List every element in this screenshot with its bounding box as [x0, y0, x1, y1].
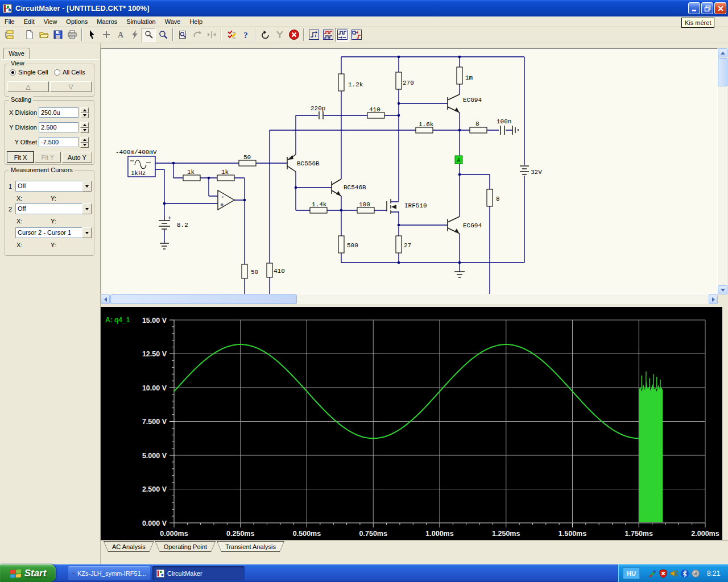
zoom-tool-button[interactable]	[156, 28, 170, 42]
menu-simulation[interactable]: Simulation	[122, 17, 160, 26]
digital-display-button[interactable]	[321, 28, 335, 42]
y-offset-input[interactable]	[39, 137, 78, 147]
y-division-label: Y Division	[5, 124, 37, 131]
app-icon	[3, 4, 12, 13]
scroll-up-button[interactable]	[718, 48, 727, 57]
test-probe-icon	[275, 30, 285, 40]
graphics-pen-icon[interactable]	[648, 569, 657, 578]
tab-ac-analysis[interactable]: AC Analysis	[104, 541, 154, 552]
rotate-button[interactable]	[190, 28, 204, 42]
mirror-button[interactable]	[204, 28, 218, 42]
test-probe-button[interactable]	[272, 28, 287, 42]
waveform-display[interactable]: A: q4_1 15.00 V12.50 V10.00 V7.500 V5.00…	[101, 307, 722, 540]
task-circuitmaker[interactable]: CircuitMaker	[152, 566, 245, 580]
open-file-button[interactable]	[36, 28, 51, 42]
help-button[interactable]: ?	[238, 28, 253, 42]
window-title: CircuitMaker - [UNTITLED.CKT* 100%]	[15, 4, 149, 13]
minimize-button[interactable]	[688, 2, 700, 14]
tab-wave[interactable]: Wave	[3, 48, 30, 60]
menu-macros[interactable]: Macros	[92, 17, 122, 26]
scope-probe-a[interactable]: A	[455, 156, 462, 164]
spin-down[interactable]	[80, 113, 89, 119]
reset-simulation-button[interactable]	[258, 28, 272, 42]
title-bar[interactable]: CircuitMaker - [UNTITLED.CKT* 100%]	[0, 0, 728, 16]
cursor-diff-select[interactable]: Cursor 2 - Cursor 1	[15, 227, 92, 238]
menu-file[interactable]: File	[0, 17, 19, 26]
spin-down[interactable]	[80, 128, 89, 134]
stop-simulation-button[interactable]	[287, 28, 301, 42]
y-offset-spinner[interactable]	[80, 137, 89, 148]
start-button[interactable]: Start	[0, 564, 56, 582]
volume-icon[interactable]	[669, 569, 679, 578]
language-indicator[interactable]: HU	[623, 567, 640, 579]
x-division-input[interactable]	[39, 107, 78, 118]
spin-down[interactable]	[80, 143, 89, 148]
zoom-window-button[interactable]	[176, 28, 190, 42]
dropdown-arrow-icon[interactable]	[82, 181, 92, 192]
component-browser-button[interactable]	[2, 28, 16, 42]
resistor-27	[396, 236, 402, 253]
menu-options[interactable]: Options	[61, 17, 92, 26]
cell-up-button[interactable]: △	[7, 81, 49, 92]
new-file-button[interactable]	[22, 28, 36, 42]
browser-icon	[72, 569, 75, 577]
digital-display-icon	[322, 29, 334, 40]
cell-down-button[interactable]: ▽	[50, 81, 92, 92]
tab-transient-analysis[interactable]: Transient Analysis	[217, 541, 284, 552]
device-icon[interactable]	[691, 569, 700, 578]
dropdown-arrow-icon[interactable]	[82, 227, 92, 238]
delete-tool-button[interactable]	[127, 28, 142, 42]
waveforms-window-button[interactable]	[335, 28, 349, 42]
menu-help[interactable]: Help	[185, 17, 207, 26]
horizontal-scrollbar[interactable]	[101, 294, 718, 304]
menu-wave[interactable]: Wave	[160, 17, 185, 26]
scroll-right-button[interactable]	[709, 294, 718, 304]
y-division-spinner[interactable]	[80, 122, 89, 133]
spin-up[interactable]	[80, 107, 89, 113]
x-division-spinner[interactable]	[80, 107, 89, 118]
spin-up[interactable]	[80, 137, 89, 143]
close-button[interactable]	[714, 2, 726, 14]
svg-text:5.000 V: 5.000 V	[142, 452, 167, 460]
vertical-scrollbar[interactable]	[718, 48, 727, 294]
cursor1-select[interactable]: Off	[15, 181, 92, 192]
tab-operating-point[interactable]: Operating Point	[155, 541, 216, 552]
scroll-down-button[interactable]	[718, 285, 727, 294]
clock[interactable]: 8:21	[707, 569, 720, 577]
fit-x-button[interactable]: Fit X	[7, 152, 34, 163]
scroll-left-button[interactable]	[101, 294, 110, 304]
probe-tool-button[interactable]	[142, 28, 156, 42]
svg-text:?: ?	[243, 31, 248, 40]
restore-button[interactable]	[701, 2, 713, 14]
auto-y-button[interactable]: Auto Y	[62, 152, 92, 163]
opamp-plus-label: +	[220, 202, 224, 209]
dropdown-arrow-icon[interactable]	[82, 203, 92, 214]
mixed-display-button[interactable]	[349, 28, 363, 42]
radio-all-cells[interactable]: All Cells	[54, 69, 85, 76]
task-browser[interactable]: KZs-JLH_symm-IRF51...	[68, 566, 150, 580]
menu-edit[interactable]: Edit	[19, 17, 39, 26]
fit-y-button[interactable]: Fit Y	[35, 152, 61, 163]
step-simulation-button[interactable]	[307, 28, 321, 42]
spin-up[interactable]	[80, 122, 89, 128]
security-alert-icon[interactable]	[659, 569, 668, 578]
mirror-icon	[206, 30, 217, 40]
text-tool-button[interactable]: A	[113, 28, 127, 42]
vertical-scroll-thumb[interactable]	[718, 58, 727, 86]
schematic-canvas[interactable]: - + A -400m/400mV 1kHz 50 1k 1k + 8.2 B	[101, 48, 718, 294]
y-division-input[interactable]	[39, 122, 78, 132]
arrow-tool-button[interactable]	[85, 28, 99, 42]
save-file-button[interactable]	[51, 28, 65, 42]
wire-tool-button[interactable]	[99, 28, 113, 42]
reset-simulation-icon	[260, 30, 271, 40]
help-icon: ?	[241, 30, 251, 40]
print-button[interactable]	[65, 28, 79, 42]
menu-view[interactable]: View	[39, 17, 62, 26]
radio-single-cell[interactable]: Single Cell	[10, 69, 48, 76]
cursor2-select[interactable]: Off	[15, 203, 92, 214]
bluetooth-icon[interactable]	[680, 569, 689, 578]
horizontal-scroll-thumb[interactable]	[110, 294, 297, 304]
view-group-legend: View	[9, 60, 26, 66]
mosfet-arrow	[391, 205, 396, 209]
simulation-setup-button[interactable]	[224, 28, 238, 42]
